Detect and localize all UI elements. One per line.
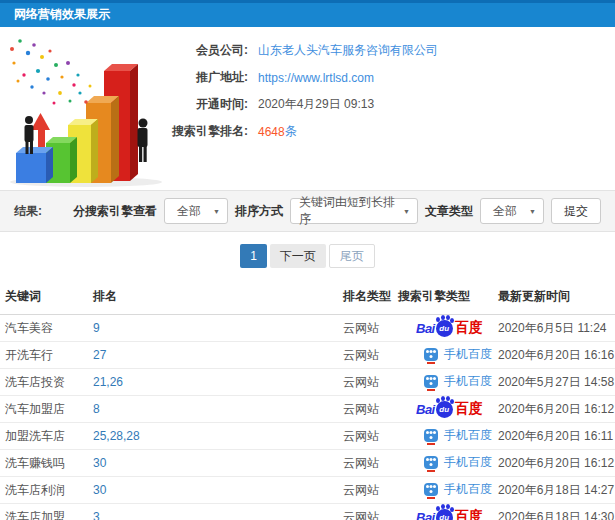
sort-label: 排序方式 bbox=[235, 203, 283, 220]
table-row: 汽车加盟店 8 云网站 Baidu百度 2020年6月20日 16:12 bbox=[0, 396, 615, 423]
page-header: 网络营销效果展示 bbox=[0, 0, 615, 27]
table-row: 洗车店利润 30 云网站 手机百度 2020年6月18日 14:27 bbox=[0, 477, 615, 504]
next-page-button[interactable]: 下一页 bbox=[270, 244, 326, 268]
mobile-baidu-logo: 手机百度 bbox=[424, 427, 492, 444]
baidu-paw-icon: du bbox=[436, 401, 453, 418]
rank-link[interactable]: 27 bbox=[93, 348, 106, 362]
promo-url-link[interactable]: https://www.lrtlsd.com bbox=[258, 71, 374, 85]
baidu-paw-icon: du bbox=[436, 320, 453, 337]
table-row: 洗车赚钱吗 30 云网站 手机百度 2020年6月20日 16:12 bbox=[0, 450, 615, 477]
rank-link[interactable]: 3 bbox=[93, 510, 100, 520]
keyword-cell: 汽车美容 bbox=[0, 315, 88, 342]
rank-link[interactable]: 21,26 bbox=[93, 375, 123, 389]
page-1-button[interactable]: 1 bbox=[240, 244, 267, 268]
mobile-baidu-label: 手机百度 bbox=[444, 427, 492, 444]
table-row: 开洗车行 27 云网站 手机百度 2020年6月20日 16:16 bbox=[0, 342, 615, 369]
member-company-label: 会员公司: bbox=[160, 42, 248, 59]
summary-section: 会员公司: 山东老人头汽车服务咨询有限公司 推广地址: https://www.… bbox=[0, 27, 615, 190]
article-type-label: 文章类型 bbox=[425, 203, 473, 220]
promo-url-row: 推广地址: https://www.lrtlsd.com bbox=[160, 64, 615, 91]
page-title: 网络营销效果展示 bbox=[0, 3, 110, 26]
engine-cell: 手机百度 bbox=[393, 477, 493, 504]
page: 网络营销效果展示 bbox=[0, 0, 615, 520]
update-time-cell: 2020年6月20日 16:12 bbox=[493, 396, 615, 423]
rank-type-cell: 云网站 bbox=[338, 504, 393, 520]
baidu-logo-cn: 百度 bbox=[455, 400, 483, 418]
update-time-cell: 2020年6月18日 14:30 bbox=[493, 504, 615, 520]
rank-link[interactable]: 9 bbox=[93, 321, 100, 335]
baidu-logo: Baidu百度 bbox=[416, 400, 483, 418]
col-engine-type: 搜索引擎类型 bbox=[393, 280, 493, 315]
baidu-logo-bai: Bai bbox=[416, 510, 435, 520]
submit-button[interactable]: 提交 bbox=[551, 198, 601, 224]
rank-type-cell: 云网站 bbox=[338, 315, 393, 342]
mobile-baidu-label: 手机百度 bbox=[444, 373, 492, 390]
engine-view-select[interactable]: 全部 ▼ bbox=[164, 198, 228, 224]
col-rank: 排名 bbox=[88, 280, 338, 315]
mobile-baidu-paw-icon bbox=[424, 429, 438, 442]
ranking-count-value: 4648 bbox=[258, 125, 285, 139]
mobile-baidu-label: 手机百度 bbox=[444, 454, 492, 471]
chevron-down-icon: ▼ bbox=[529, 208, 536, 215]
ranking-count-row: 搜索引擎排名: 4648条 bbox=[160, 118, 615, 145]
rank-link[interactable]: 30 bbox=[93, 483, 106, 497]
ranking-count-suffix[interactable]: 条 bbox=[285, 123, 297, 140]
update-time-cell: 2020年6月20日 16:12 bbox=[493, 450, 615, 477]
member-company-link[interactable]: 山东老人头汽车服务咨询有限公司 bbox=[258, 42, 438, 59]
mobile-baidu-logo: 手机百度 bbox=[424, 373, 492, 390]
promo-url-label: 推广地址: bbox=[160, 69, 248, 86]
results-table: 关键词 排名 排名类型 搜索引擎类型 最新更新时间 汽车美容 9 云网站 Bai… bbox=[0, 280, 615, 520]
article-type-select[interactable]: 全部 ▼ bbox=[480, 198, 544, 224]
update-time-cell: 2020年6月18日 14:27 bbox=[493, 477, 615, 504]
rank-link[interactable]: 25,28,28 bbox=[93, 429, 140, 443]
open-time-row: 开通时间: 2020年4月29日 09:13 bbox=[160, 91, 615, 118]
engine-cell: 手机百度 bbox=[393, 342, 493, 369]
member-info: 会员公司: 山东老人头汽车服务咨询有限公司 推广地址: https://www.… bbox=[160, 37, 615, 145]
update-time-cell: 2020年6月5日 11:24 bbox=[493, 315, 615, 342]
open-time-value: 2020年4月29日 09:13 bbox=[258, 96, 374, 113]
engine-cell: Baidu百度 bbox=[393, 504, 493, 520]
table-row: 洗车店加盟 3 云网站 Baidu百度 2020年6月18日 14:30 bbox=[0, 504, 615, 520]
rank-type-cell: 云网站 bbox=[338, 450, 393, 477]
table-row: 洗车店投资 21,26 云网站 手机百度 2020年5月27日 14:58 bbox=[0, 369, 615, 396]
member-company-row: 会员公司: 山东老人头汽车服务咨询有限公司 bbox=[160, 37, 615, 64]
engine-cell: 手机百度 bbox=[393, 369, 493, 396]
baidu-logo-cn: 百度 bbox=[455, 319, 483, 337]
pagination: 1 下一页 尾页 bbox=[0, 232, 615, 280]
article-type-selected: 全部 bbox=[493, 203, 517, 220]
keyword-cell: 洗车赚钱吗 bbox=[0, 450, 88, 477]
rank-link[interactable]: 30 bbox=[93, 456, 106, 470]
engine-cell: 手机百度 bbox=[393, 450, 493, 477]
chevron-down-icon: ▼ bbox=[213, 208, 220, 215]
mobile-baidu-paw-icon bbox=[424, 348, 438, 361]
engine-cell: Baidu百度 bbox=[393, 396, 493, 423]
rank-type-cell: 云网站 bbox=[338, 369, 393, 396]
sort-select[interactable]: 关键词由短到长排序 ▼ bbox=[290, 198, 418, 224]
keyword-cell: 加盟洗车店 bbox=[0, 423, 88, 450]
confetti-dots bbox=[10, 39, 92, 104]
sort-selected: 关键词由短到长排序 bbox=[299, 194, 398, 228]
rank-link[interactable]: 8 bbox=[93, 402, 100, 416]
mobile-baidu-logo: 手机百度 bbox=[424, 454, 492, 471]
table-row: 汽车美容 9 云网站 Baidu百度 2020年6月5日 11:24 bbox=[0, 315, 615, 342]
engine-cell: 手机百度 bbox=[393, 423, 493, 450]
mobile-baidu-label: 手机百度 bbox=[444, 346, 492, 363]
mobile-baidu-paw-icon bbox=[424, 375, 438, 388]
rank-type-cell: 云网站 bbox=[338, 396, 393, 423]
rank-type-cell: 云网站 bbox=[338, 477, 393, 504]
baidu-logo-cn: 百度 bbox=[455, 508, 483, 520]
filter-bar: 结果: 分搜索引擎查看 全部 ▼ 排序方式 关键词由短到长排序 ▼ 文章类型 全… bbox=[0, 190, 615, 232]
last-page-button[interactable]: 尾页 bbox=[329, 244, 375, 268]
keyword-cell: 洗车店投资 bbox=[0, 369, 88, 396]
mobile-baidu-logo: 手机百度 bbox=[424, 481, 492, 498]
table-header-row: 关键词 排名 排名类型 搜索引擎类型 最新更新时间 bbox=[0, 280, 615, 315]
engine-view-selected: 全部 bbox=[177, 203, 201, 220]
baidu-logo-bai: Bai bbox=[416, 321, 435, 336]
filter-controls: 分搜索引擎查看 全部 ▼ 排序方式 关键词由短到长排序 ▼ 文章类型 全部 ▼ … bbox=[73, 198, 601, 224]
open-time-label: 开通时间: bbox=[160, 96, 248, 113]
mobile-baidu-paw-icon bbox=[424, 456, 438, 469]
keyword-cell: 洗车店加盟 bbox=[0, 504, 88, 520]
keyword-cell: 开洗车行 bbox=[0, 342, 88, 369]
keyword-cell: 汽车加盟店 bbox=[0, 396, 88, 423]
rank-type-cell: 云网站 bbox=[338, 342, 393, 369]
